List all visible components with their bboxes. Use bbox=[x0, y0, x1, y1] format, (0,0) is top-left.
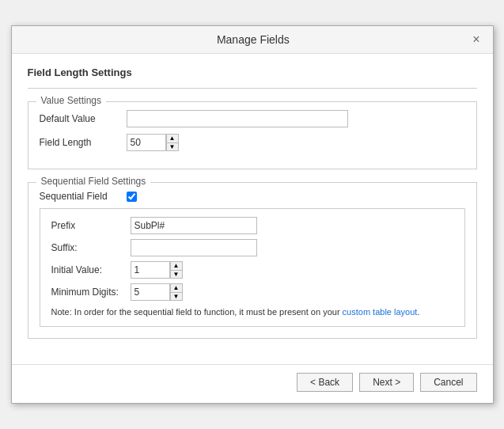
section-title: Field Length Settings bbox=[28, 66, 477, 78]
initial-value-down-button[interactable]: ▼ bbox=[170, 270, 183, 279]
initial-value-spinner: ▲ ▼ bbox=[131, 261, 183, 279]
field-length-row: Field Length ▲ ▼ bbox=[40, 134, 465, 151]
dialog-footer: < Back Next > Cancel bbox=[12, 364, 493, 403]
value-settings-group: Value Settings Default Value Field Lengt… bbox=[28, 101, 477, 169]
sequential-field-checkbox[interactable] bbox=[127, 192, 137, 202]
default-value-input[interactable] bbox=[127, 110, 348, 127]
minimum-digits-down-button[interactable]: ▼ bbox=[170, 292, 183, 301]
minimum-digits-label: Minimum Digits: bbox=[51, 287, 131, 298]
sequential-field-row: Sequential Field bbox=[40, 191, 465, 202]
initial-value-spinner-buttons: ▲ ▼ bbox=[170, 261, 183, 279]
back-button[interactable]: < Back bbox=[297, 373, 353, 392]
default-value-label: Default Value bbox=[40, 113, 127, 124]
minimum-digits-input[interactable] bbox=[131, 283, 170, 301]
sequential-settings-group: Sequential Field Settings Sequential Fie… bbox=[28, 182, 477, 339]
prefix-label: Prefix bbox=[51, 220, 131, 231]
minimum-digits-up-button[interactable]: ▲ bbox=[170, 283, 183, 292]
suffix-row: Suffix: bbox=[51, 239, 453, 256]
field-length-down-button[interactable]: ▼ bbox=[166, 142, 179, 151]
sequential-settings-legend: Sequential Field Settings bbox=[36, 176, 151, 187]
dialog-body: Field Length Settings Value Settings Def… bbox=[12, 54, 493, 364]
note-link[interactable]: custom table layout bbox=[343, 307, 418, 317]
initial-value-label: Initial Value: bbox=[51, 264, 131, 275]
prefix-row: Prefix bbox=[51, 217, 453, 234]
field-length-spinner: ▲ ▼ bbox=[127, 134, 179, 151]
divider bbox=[28, 88, 477, 89]
initial-value-row: Initial Value: ▲ ▼ bbox=[51, 261, 453, 279]
sequential-field-label: Sequential Field bbox=[40, 191, 127, 202]
next-button[interactable]: Next > bbox=[359, 373, 414, 392]
dialog-title: Manage Fields bbox=[37, 33, 470, 46]
suffix-label: Suffix: bbox=[51, 242, 131, 253]
close-button[interactable]: × bbox=[469, 32, 483, 47]
minimum-digits-spinner: ▲ ▼ bbox=[131, 283, 183, 301]
initial-value-up-button[interactable]: ▲ bbox=[170, 261, 183, 270]
initial-value-input[interactable] bbox=[131, 261, 170, 279]
minimum-digits-spinner-buttons: ▲ ▼ bbox=[170, 283, 183, 301]
field-length-spinner-buttons: ▲ ▼ bbox=[166, 134, 179, 151]
note-text: Note: In order for the sequential field … bbox=[51, 307, 453, 317]
dialog-header: Manage Fields × bbox=[12, 26, 493, 54]
field-length-label: Field Length bbox=[40, 137, 127, 148]
default-value-row: Default Value bbox=[40, 110, 465, 127]
manage-fields-dialog: Manage Fields × Field Length Settings Va… bbox=[11, 25, 494, 404]
prefix-input[interactable] bbox=[131, 217, 257, 234]
field-length-up-button[interactable]: ▲ bbox=[166, 134, 179, 142]
field-length-input[interactable] bbox=[127, 134, 166, 151]
minimum-digits-row: Minimum Digits: ▲ ▼ bbox=[51, 283, 453, 301]
suffix-input[interactable] bbox=[131, 239, 257, 256]
value-settings-legend: Value Settings bbox=[36, 95, 107, 106]
sequential-inner-group: Prefix Suffix: Initial Value: ▲ ▼ bbox=[40, 208, 465, 327]
cancel-button[interactable]: Cancel bbox=[420, 373, 476, 392]
